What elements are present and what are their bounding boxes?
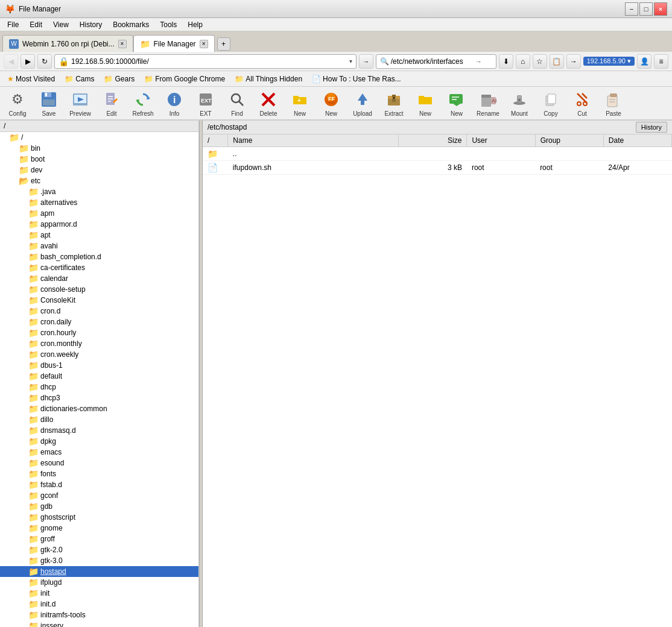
close-button[interactable]: ×: [654, 2, 667, 16]
tree-item-alternatives[interactable]: 📁 alternatives: [0, 197, 198, 208]
maximize-button[interactable]: □: [639, 2, 653, 16]
refresh-button[interactable]: ↻: [37, 54, 52, 69]
tree-item-gtk20[interactable]: 📁 gtk-2.0: [0, 544, 198, 555]
ip-badge[interactable]: 192.168.5.90 ▾: [583, 57, 635, 66]
delete-button[interactable]: Delete: [253, 87, 284, 119]
tab-filemanager[interactable]: 📁 File Manager ×: [133, 35, 215, 52]
tree-item-gtk30[interactable]: 📁 gtk-3.0: [0, 555, 198, 566]
bookmark-cams[interactable]: 📁 Cams: [61, 74, 98, 84]
tree-item-console-setup[interactable]: 📁 console-setup: [0, 284, 198, 295]
new-file-button[interactable]: FF New: [316, 87, 346, 119]
bookmark-howto[interactable]: 📄 How To : Use The Ras...: [308, 74, 405, 84]
ext-button[interactable]: EXT EXT: [191, 87, 221, 119]
tree-item-dicts[interactable]: 📁 dictionaries-common: [0, 403, 198, 414]
tree-item-insserv[interactable]: 📁 insserv: [0, 620, 198, 627]
menu-bookmarks[interactable]: Bookmarks: [108, 19, 154, 30]
refresh-button[interactable]: Refresh: [128, 87, 158, 119]
tree-item-gdb[interactable]: 📁 gdb: [0, 501, 198, 512]
tree-item-calendar[interactable]: 📁 calendar: [0, 273, 198, 284]
tree-item-dhcp3[interactable]: 📁 dhcp3: [0, 392, 198, 403]
download-button[interactable]: ⬇: [499, 54, 513, 69]
tree-item-cronweekly[interactable]: 📁 cron.weekly: [0, 349, 198, 360]
tree-item-fstabd[interactable]: 📁 fstab.d: [0, 479, 198, 490]
copy-button[interactable]: Copy: [536, 87, 566, 119]
tree-item-dillo[interactable]: 📁 dillo: [0, 414, 198, 425]
forward-button[interactable]: ▶: [21, 54, 35, 69]
tree-item-fonts[interactable]: 📁 fonts: [0, 468, 198, 479]
tree-item-bin[interactable]: 📁 bin: [0, 143, 198, 154]
tree-item-cronhourly[interactable]: 📁 cron.hourly: [0, 327, 198, 338]
tree-item-dnsmasq[interactable]: 📁 dnsmasq.d: [0, 425, 198, 436]
cut-button[interactable]: Cut: [567, 87, 597, 119]
share-button[interactable]: →: [566, 54, 581, 69]
find-button[interactable]: Find: [222, 87, 252, 119]
info-button[interactable]: i Info: [159, 87, 189, 119]
url-input[interactable]: [71, 57, 348, 66]
tree-panel[interactable]: / 📁 / 📁 bin 📁 boot 📁 dev 📂 etc: [0, 121, 198, 627]
col-group-header[interactable]: Group: [535, 134, 603, 147]
tree-item-avahi[interactable]: 📁 avahi: [0, 241, 198, 251]
table-row[interactable]: 📁 ..: [203, 147, 672, 161]
mount-button[interactable]: Mount: [504, 87, 534, 119]
search-input[interactable]: [391, 57, 475, 66]
go-button[interactable]: →: [359, 54, 373, 69]
tree-item-apparmord[interactable]: 📁 apparmor.d: [0, 219, 198, 230]
new3-button[interactable]: New: [442, 87, 472, 119]
extract-button[interactable]: Extract: [379, 87, 409, 119]
col-user-header[interactable]: User: [467, 134, 535, 147]
tree-item-root[interactable]: 📁 /: [0, 132, 198, 143]
rename-button[interactable]: AB Rename: [473, 87, 503, 119]
col-size-header[interactable]: Size: [399, 134, 467, 147]
history-button[interactable]: History: [636, 122, 667, 133]
preview-button[interactable]: Preview: [65, 87, 95, 119]
back-button[interactable]: ◀: [4, 54, 18, 69]
tree-item-etc[interactable]: 📂 etc: [0, 175, 198, 186]
tree-item-java[interactable]: 📁 .java: [0, 186, 198, 197]
avatar-button[interactable]: 👤: [637, 54, 651, 69]
menu-view[interactable]: View: [48, 19, 74, 30]
history-button[interactable]: 📋: [550, 54, 564, 69]
paste-button[interactable]: Paste: [598, 87, 629, 119]
menu-file[interactable]: File: [2, 19, 24, 30]
tree-item-apt[interactable]: 📁 apt: [0, 230, 198, 241]
upload-button[interactable]: Upload: [347, 87, 378, 119]
bookmark-star[interactable]: ☆: [533, 54, 547, 69]
tree-item-initramfs[interactable]: 📁 initramfs-tools: [0, 610, 198, 620]
tree-item-boot[interactable]: 📁 boot: [0, 154, 198, 165]
tree-item-ca-certificates[interactable]: 📁 ca-certificates: [0, 262, 198, 273]
config-button[interactable]: Config: [2, 87, 33, 119]
file-table[interactable]: / Name Size User Group Date 📁 ..: [203, 134, 672, 627]
tree-item-crond[interactable]: 📁 cron.d: [0, 306, 198, 317]
menu-history[interactable]: History: [75, 19, 107, 30]
tree-item-bash-completion[interactable]: 📁 bash_completion.d: [0, 251, 198, 262]
tree-item-ifplugd[interactable]: 📁 ifplugd: [0, 577, 198, 588]
menu-help[interactable]: Help: [183, 19, 208, 30]
tree-item-gnome[interactable]: 📁 gnome: [0, 523, 198, 534]
new-dir-button[interactable]: + New: [285, 87, 315, 119]
tree-item-apm[interactable]: 📁 apm: [0, 208, 198, 219]
bookmark-all-things[interactable]: 📁 All Things Hidden: [231, 74, 306, 84]
tab-webmin[interactable]: W Webmin 1.760 on rpi (Debi... ×: [2, 35, 133, 52]
tree-item-dev[interactable]: 📁 dev: [0, 165, 198, 175]
new-tab-button[interactable]: +: [217, 37, 230, 51]
tree-item-default[interactable]: 📁 default: [0, 371, 198, 382]
tree-item-consolekit[interactable]: 📁 ConsoleKit: [0, 295, 198, 306]
tree-item-cronmonthly[interactable]: 📁 cron.monthly: [0, 338, 198, 349]
table-row[interactable]: 📄 ifupdown.sh 3 kB root root 24/Apr: [203, 161, 672, 175]
bookmark-google-chrome[interactable]: 📁 From Google Chrome: [141, 74, 229, 84]
tree-item-hostapd[interactable]: 📁 hostapd: [0, 566, 198, 577]
tree-item-ghostscript[interactable]: 📁 ghostscript: [0, 512, 198, 523]
tree-item-dhcp[interactable]: 📁 dhcp: [0, 382, 198, 392]
bookmark-most-visited[interactable]: ★ Most Visited: [4, 74, 59, 84]
tree-item-groff[interactable]: 📁 groff: [0, 534, 198, 544]
tree-item-emacs[interactable]: 📁 emacs: [0, 447, 198, 458]
col-date-header[interactable]: Date: [603, 134, 671, 147]
menu-edit[interactable]: Edit: [25, 19, 47, 30]
new2-button[interactable]: New: [410, 87, 440, 119]
tab-webmin-close[interactable]: ×: [118, 40, 127, 48]
tree-item-dbus1[interactable]: 📁 dbus-1: [0, 360, 198, 371]
url-dropdown-arrow[interactable]: ▾: [349, 58, 352, 65]
tree-item-initd[interactable]: 📁 init.d: [0, 599, 198, 610]
bookmark-gears[interactable]: 📁 Gears: [100, 74, 138, 84]
search-bar[interactable]: 🔍 →: [376, 54, 496, 69]
